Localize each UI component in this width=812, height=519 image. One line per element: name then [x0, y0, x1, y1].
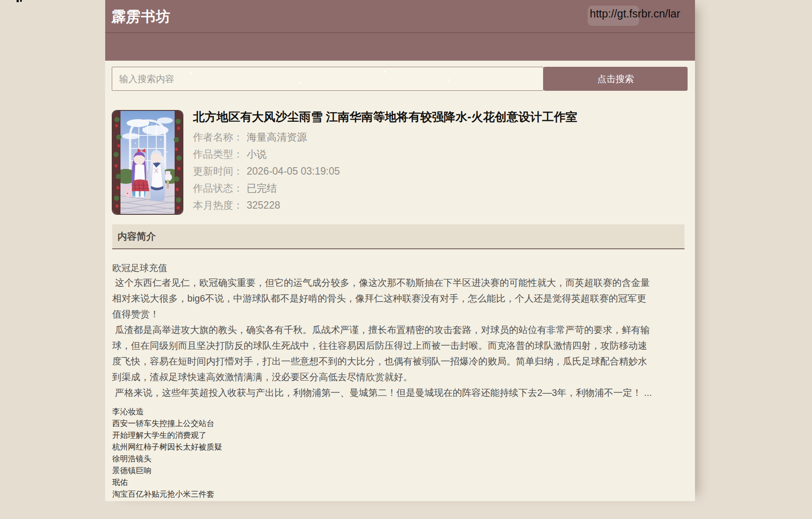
book-cover-image — [112, 110, 183, 215]
related-link[interactable]: 景德镇巨响 — [112, 465, 688, 477]
author-value: 海量高清资源 — [247, 131, 307, 143]
info-row-status: 作品状态：已完结 — [193, 183, 340, 193]
related-link[interactable]: 杭州网红柿子树因长太好被质疑 — [112, 441, 688, 453]
url-overlay-text: http://gt.fsrbr.cn/lar — [590, 7, 680, 20]
search-input[interactable] — [112, 67, 544, 91]
clipped-text-artifact — [17, 0, 19, 2]
paragraph-line: 值得赞赏！ — [112, 306, 688, 322]
site-header: 霹雳书坊 http://gt.fsrbr.cn/lar — [105, 0, 695, 61]
book-title: 北方地区有大风沙尘雨雪 江南华南等地将有较强降水-火花创意设计工作室 — [193, 109, 691, 125]
type-value: 小说 — [247, 148, 267, 160]
related-link[interactable]: 开始理解大学生的消费观了 — [112, 430, 688, 441]
related-links-list: 李沁妆造 西安一轿车失控撞上公交站台 开始理解大学生的消费观了 杭州网红柿子树因… — [112, 406, 688, 500]
paragraph-line: 瓜渣都是高举进攻大旗的教头，确实各有千秋。瓜战术严谨，擅长布置精密的攻击套路，对… — [112, 322, 688, 338]
status-label: 作品状态： — [193, 182, 243, 194]
update-time-value: 2026-04-05 03:19:05 — [247, 165, 340, 177]
paragraph-line: 严格来说，这些年英超投入收获与产出比，利物浦第一、曼城第二！但是曼城现在的阵容还… — [112, 385, 688, 401]
related-link[interactable]: 徐明浩镜头 — [112, 453, 688, 465]
paragraph-line: 这个东西仁者见仁，欧冠确实重要，但它的运气成分较多，像这次那不勒斯抽在下半区进决… — [112, 275, 688, 291]
book-info-list: 作者名称：海量高清资源 作品类型：小说 更新时间：2026-04-05 03:1… — [193, 132, 340, 210]
info-row-heat: 本月热度：325228 — [193, 200, 340, 210]
summary-section-header: 内容简介 — [112, 224, 685, 249]
clipped-text-artifact — [20, 0, 22, 2]
heat-label: 本月热度： — [193, 199, 243, 211]
related-link[interactable]: 李沁妆造 — [112, 406, 688, 418]
related-link[interactable]: 珉佑 — [112, 477, 688, 488]
paragraph-line: 相对来说大很多，big6不说，中游球队都不是好啃的骨头，像拜仁这种联赛没有对手，… — [112, 291, 688, 306]
info-row-author: 作者名称：海量高清资源 — [193, 132, 340, 142]
info-row-type: 作品类型：小说 — [193, 149, 340, 159]
related-link[interactable]: 淘宝百亿补贴元抢小米三件套 — [112, 488, 688, 500]
author-label: 作者名称： — [193, 131, 243, 143]
summary-heading: 内容简介 — [112, 224, 685, 248]
paragraph-line: 球，但在同级别而且坚决打防反的球队生死战中，往往容易因后防压得过上而被一击封喉。… — [112, 338, 688, 354]
update-time-label: 更新时间： — [193, 165, 243, 177]
site-logo-title[interactable]: 霹雳书坊 — [111, 0, 171, 33]
paragraph-line: 到渠成，渣叔足球快速高效激情满满，没必要区分高低去尽情欣赏就好。 — [112, 369, 688, 385]
summary-tag-line: 欧冠足球充值 — [112, 261, 688, 275]
paragraph-line: 度飞快，容易在短时间内打懵对手，打出一些意想不到的大比分，也偶有被弱队一招爆冷的… — [112, 354, 688, 369]
heat-value: 325228 — [247, 199, 280, 211]
status-value: 已完结 — [247, 182, 277, 194]
info-row-update-time: 更新时间：2026-04-05 03:19:05 — [193, 166, 340, 176]
search-button[interactable]: 点击搜索 — [544, 67, 688, 91]
main-panel: 霹雳书坊 http://gt.fsrbr.cn/lar 点击搜索 — [105, 0, 695, 501]
summary-body: 欧冠足球充值 这个东西仁者见仁，欧冠确实重要，但它的运气成分较多，像这次那不勒斯… — [112, 261, 688, 401]
type-label: 作品类型： — [193, 148, 243, 160]
related-link[interactable]: 西安一轿车失控撞上公交站台 — [112, 418, 688, 430]
